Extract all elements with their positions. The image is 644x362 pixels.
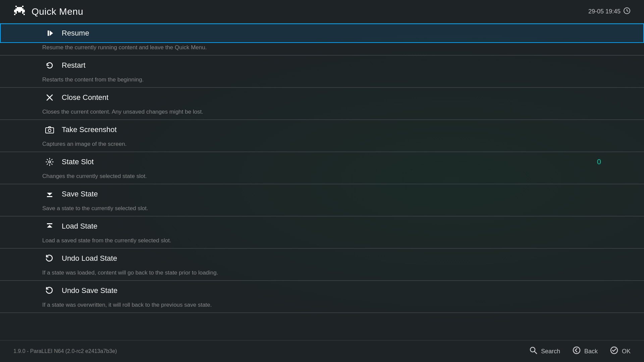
menu-item-close[interactable]: Close Content <box>0 88 644 107</box>
svg-rect-2 <box>17 7 22 8</box>
undo-load-label: Undo Load State <box>62 254 601 263</box>
svg-rect-0 <box>15 6 17 7</box>
resume-icon <box>43 29 56 37</box>
load-state-desc: Load a saved state from the currently se… <box>0 236 644 248</box>
app-container: Quick Menu 29-05 19:45 <box>0 0 644 362</box>
state-slot-label: State Slot <box>62 158 597 166</box>
undo-save-label: Undo Save State <box>62 286 601 295</box>
svg-rect-23 <box>47 196 52 197</box>
svg-rect-1 <box>22 6 23 7</box>
state-slot-desc: Changes the currently selected state slo… <box>0 172 644 184</box>
load-state-icon <box>43 222 56 230</box>
menu-section-load-state: Load State Load a saved state from the c… <box>0 217 644 249</box>
ok-icon <box>610 346 619 357</box>
footer: 1.9.0 - ParaLLEI N64 (2.0-rc2 e2413a7b3e… <box>0 340 644 362</box>
menu-item-undo-save[interactable]: Undo Save State <box>0 281 644 300</box>
state-slot-value: 0 <box>597 158 601 166</box>
back-label: Back <box>584 348 598 355</box>
svg-point-20 <box>48 129 51 132</box>
close-content-icon <box>43 94 56 102</box>
menu-content: Resume Resume the currently running cont… <box>0 23 644 340</box>
header-left: Quick Menu <box>13 4 83 19</box>
svg-rect-9 <box>22 12 23 14</box>
svg-marker-16 <box>50 31 53 36</box>
close-label: Close Content <box>62 93 601 102</box>
menu-section-resume: Resume Resume the currently running cont… <box>0 23 644 56</box>
svg-rect-4 <box>14 10 25 11</box>
svg-marker-15 <box>48 31 49 36</box>
menu-item-save-state[interactable]: Save State <box>0 184 644 204</box>
resume-desc: Resume the currently running content and… <box>0 43 644 55</box>
menu-section-state-slot: State Slot 0 Changes the currently selec… <box>0 152 644 184</box>
back-action[interactable]: Back <box>572 346 598 357</box>
undo-load-icon <box>43 254 56 262</box>
svg-rect-25 <box>47 223 52 224</box>
svg-line-14 <box>627 11 628 11</box>
save-state-icon <box>43 190 56 198</box>
search-label: Search <box>541 348 560 355</box>
svg-rect-6 <box>22 11 25 12</box>
menu-item-screenshot[interactable]: Take Screenshot <box>0 120 644 139</box>
menu-item-undo-load[interactable]: Undo Load State <box>0 249 644 268</box>
svg-rect-10 <box>14 14 15 15</box>
menu-section-screenshot: Take Screenshot Captures an image of the… <box>0 120 644 152</box>
menu-item-load-state[interactable]: Load State <box>0 217 644 236</box>
page-title: Quick Menu <box>32 6 83 17</box>
screenshot-label: Take Screenshot <box>62 125 601 134</box>
load-state-label: Load State <box>62 222 601 231</box>
screenshot-desc: Captures an image of the screen. <box>0 139 644 152</box>
datetime-text: 29-05 19:45 <box>588 8 621 15</box>
state-slot-icon <box>43 158 56 166</box>
app-icon <box>13 4 25 19</box>
search-action[interactable]: Search <box>529 346 560 357</box>
undo-save-desc: If a state was overwritten, it will roll… <box>0 300 644 313</box>
search-icon <box>529 346 538 357</box>
version-text: 1.9.0 - ParaLLEI N64 (2.0-rc2 e2413a7b3e… <box>13 348 117 354</box>
menu-item-state-slot[interactable]: State Slot 0 <box>0 152 644 172</box>
undo-load-desc: If a state was loaded, content will go b… <box>0 268 644 281</box>
menu-section-close: Close Content Closes the current content… <box>0 88 644 120</box>
header: Quick Menu 29-05 19:45 <box>0 0 644 23</box>
save-state-desc: Save a state to the currently selected s… <box>0 204 644 216</box>
menu-item-restart[interactable]: Restart <box>0 56 644 75</box>
restart-desc: Restarts the content from the beginning. <box>0 75 644 87</box>
svg-point-21 <box>49 161 51 163</box>
restart-icon <box>43 61 56 69</box>
close-desc: Closes the current content. Any unsaved … <box>0 107 644 120</box>
svg-rect-7 <box>18 11 21 12</box>
header-datetime: 29-05 19:45 <box>588 7 631 16</box>
restart-label: Restart <box>62 61 601 70</box>
menu-section-undo-save: Undo Save State If a state was overwritt… <box>0 281 644 313</box>
svg-rect-5 <box>14 11 17 12</box>
resume-label: Resume <box>62 29 601 38</box>
menu-section-restart: Restart Restarts the content from the be… <box>0 56 644 88</box>
ok-label: OK <box>622 348 631 355</box>
svg-marker-24 <box>47 225 52 228</box>
menu-item-resume[interactable]: Resume <box>0 23 644 43</box>
menu-section-save-state: Save State Save a state to the currently… <box>0 184 644 217</box>
svg-line-27 <box>534 351 537 354</box>
svg-rect-8 <box>15 12 17 14</box>
undo-save-icon <box>43 287 56 295</box>
menu-section-undo-load: Undo Load State If a state was loaded, c… <box>0 249 644 281</box>
clock-icon <box>623 7 631 16</box>
footer-actions: Search Back OK <box>529 346 631 357</box>
screenshot-icon <box>43 126 56 134</box>
svg-rect-11 <box>23 14 25 15</box>
svg-point-28 <box>573 347 580 354</box>
svg-rect-19 <box>46 128 54 133</box>
svg-rect-3 <box>15 8 23 10</box>
ok-action[interactable]: OK <box>610 346 631 357</box>
svg-marker-22 <box>47 193 52 195</box>
back-icon <box>572 346 581 357</box>
save-state-label: Save State <box>62 190 601 198</box>
